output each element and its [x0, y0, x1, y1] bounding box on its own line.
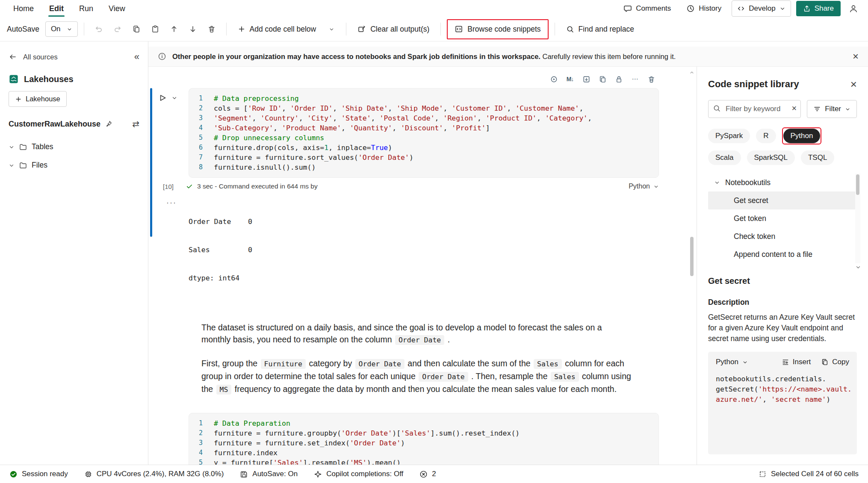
- session-status[interactable]: Session ready: [9, 470, 68, 478]
- add-lakehouse-button[interactable]: Lakehouse: [9, 91, 67, 107]
- snippet-item-get-secret[interactable]: Get secret: [708, 191, 857, 209]
- chip-python-selected[interactable]: Python: [783, 129, 821, 143]
- more-options-icon[interactable]: ⋯: [627, 73, 643, 85]
- snippet-language-selector[interactable]: Python: [716, 358, 748, 366]
- delete-cell-icon[interactable]: [644, 73, 659, 85]
- run-by-line-icon[interactable]: [546, 73, 561, 85]
- cell-language-selector[interactable]: Python: [629, 183, 659, 190]
- snippet-detail-title: Get secret: [708, 276, 857, 286]
- copilot-status[interactable]: Copilot completions: Off: [314, 470, 403, 478]
- menu-run[interactable]: Run: [73, 1, 100, 16]
- share-icon: [803, 5, 811, 12]
- arrow-down-icon: [189, 25, 197, 33]
- clear-all-outputs-button[interactable]: Clear all output(s): [352, 21, 434, 38]
- lock-cell-icon[interactable]: [611, 73, 626, 85]
- back-arrow-icon[interactable]: [9, 53, 17, 61]
- success-check-icon: [186, 183, 193, 190]
- scrollbar-thumb[interactable]: [856, 174, 859, 195]
- snippet-group-notebookutils[interactable]: Notebookutils: [708, 174, 857, 191]
- snippet-preview: Python Insert Copy: [708, 352, 857, 454]
- develop-button[interactable]: Develop: [732, 0, 791, 17]
- snippet-list-scrollbar[interactable]: [855, 174, 860, 263]
- copy-button[interactable]: Copy: [821, 358, 849, 366]
- session-ready-check-icon: [9, 470, 18, 478]
- markdown-cell[interactable]: The dataset is structured on a daily bas…: [201, 321, 632, 396]
- paste-cell-button[interactable]: [147, 21, 164, 38]
- run-cell-button[interactable]: [157, 92, 168, 103]
- move-cell-icon[interactable]: [579, 73, 594, 85]
- redo-button[interactable]: [109, 21, 126, 38]
- share-button[interactable]: Share: [796, 1, 841, 16]
- all-sources-link[interactable]: All sources: [23, 53, 58, 61]
- scroll-up-icon[interactable]: [689, 70, 694, 75]
- tree-item-tables[interactable]: Tables: [0, 138, 148, 156]
- move-cell-up-button[interactable]: [165, 21, 183, 38]
- lakehouse-name[interactable]: CustomerRawLakehouse: [9, 120, 100, 129]
- resource-usage[interactable]: CPU 4vCores (2.4%), RAM 32G (8.0%): [84, 470, 224, 478]
- snippet-list: Notebookutils Get secret Get token Check…: [708, 174, 857, 263]
- history-button[interactable]: History: [681, 1, 726, 16]
- menu-home[interactable]: Home: [7, 1, 40, 16]
- close-icon[interactable]: ×: [850, 79, 857, 90]
- active-cell-indicator: [150, 88, 152, 237]
- scroll-down-icon[interactable]: [855, 264, 861, 270]
- browse-code-snippets-button[interactable]: Browse code snippets: [449, 21, 546, 38]
- delete-cell-button[interactable]: [203, 21, 220, 38]
- divider: [440, 23, 441, 35]
- output-options-icon[interactable]: ···: [157, 198, 189, 302]
- pin-icon[interactable]: [105, 120, 112, 128]
- snippet-search-input[interactable]: [708, 100, 801, 118]
- add-cell-dropdown[interactable]: [323, 21, 340, 38]
- collapse-pane-icon[interactable]: «: [134, 51, 139, 62]
- insert-button[interactable]: Insert: [782, 358, 811, 366]
- snippet-item-append-content[interactable]: Append content to a file: [708, 245, 857, 263]
- tree-item-files[interactable]: Files: [0, 156, 148, 174]
- comments-button[interactable]: Comments: [618, 1, 676, 16]
- search-icon: [566, 25, 574, 33]
- chevron-down-icon: [653, 184, 659, 189]
- clear-search-icon[interactable]: ×: [792, 103, 797, 113]
- chip-scala[interactable]: Scala: [708, 150, 741, 165]
- divider: [226, 23, 227, 35]
- cell-gutter: [157, 413, 189, 465]
- account-avatar[interactable]: [846, 1, 861, 16]
- chip-sparksql[interactable]: SparkSQL: [747, 150, 795, 165]
- move-cell-down-button[interactable]: [184, 21, 201, 38]
- convert-to-markdown-icon[interactable]: M↓: [562, 73, 578, 85]
- add-code-cell-button[interactable]: Add code cell below: [233, 21, 322, 38]
- filter-button[interactable]: Filter: [807, 100, 857, 118]
- code-editor[interactable]: 1# Data preprocessing2cols = ['Row ID', …: [189, 88, 659, 178]
- cell-toolbar: M↓ ⋯: [189, 73, 659, 85]
- fabric-notebook-app: Home Edit Run View Comments History Deve…: [0, 0, 868, 483]
- switch-lakehouse-icon[interactable]: ⇄: [132, 119, 139, 129]
- chip-r[interactable]: R: [756, 129, 776, 143]
- info-icon: [158, 52, 166, 61]
- lakehouse-icon: [9, 74, 19, 84]
- undo-icon: [94, 25, 103, 33]
- code-editor[interactable]: 1# Data Preparation2furniture = furnitur…: [189, 413, 659, 465]
- run-options-chevron-icon[interactable]: [169, 92, 180, 103]
- notebook-canvas: M↓ ⋯ 1# Data preprocessing2cols =: [148, 67, 697, 465]
- code-cell-2: 1# Data Preparation2furniture = furnitur…: [157, 413, 659, 465]
- autosave-toggle[interactable]: On: [45, 21, 78, 37]
- duplicate-cell-icon[interactable]: [595, 73, 610, 85]
- error-count[interactable]: 2: [419, 470, 436, 478]
- snippet-item-get-token[interactable]: Get token: [708, 209, 857, 227]
- find-and-replace-button[interactable]: Find and replace: [561, 21, 639, 38]
- chip-pyspark[interactable]: PySpark: [708, 129, 750, 143]
- menu-edit[interactable]: Edit: [43, 1, 70, 16]
- close-icon[interactable]: ×: [853, 50, 859, 62]
- menu-view[interactable]: View: [102, 1, 132, 16]
- execution-count: [10]: [157, 183, 182, 190]
- chip-tsql[interactable]: TSQL: [801, 150, 834, 165]
- snippet-item-check-token[interactable]: Check token: [708, 227, 857, 245]
- insert-icon: [782, 358, 789, 366]
- scrollbar-thumb[interactable]: [690, 237, 694, 276]
- chevron-down-icon: [845, 106, 850, 112]
- copy-cell-button[interactable]: [128, 21, 145, 38]
- undo-button[interactable]: [90, 21, 107, 38]
- clear-outputs-icon: [357, 25, 366, 33]
- filter-icon: [813, 105, 821, 113]
- autosave-status[interactable]: AutoSave: On: [240, 470, 298, 478]
- notebook-scrollbar[interactable]: [689, 70, 694, 461]
